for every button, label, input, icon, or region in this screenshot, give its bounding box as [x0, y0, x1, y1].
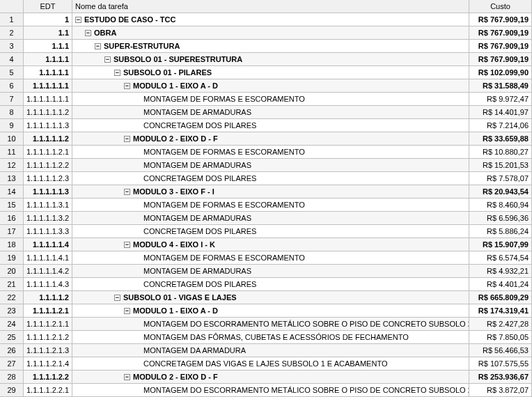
row-number[interactable]: 14: [0, 185, 24, 198]
task-name-cell: MONTAGEM DE FORMAS E ESCORAMENTO: [72, 93, 469, 106]
cost-cell: R$ 6.596,36: [469, 212, 532, 225]
cost-cell: R$ 665.809,29: [469, 291, 532, 304]
task-name-cell: −MODULO 1 - EIXO A - D: [72, 304, 469, 318]
collapse-icon[interactable]: −: [124, 189, 130, 195]
task-name-text: MONTAGEM DE FORMAS E ESCORAMENTO: [143, 201, 305, 210]
row-number[interactable]: 12: [0, 159, 24, 172]
cost-cell: R$ 7.578,07: [469, 172, 532, 185]
task-name-text: MODULO 2 - EIXO D - F: [133, 373, 218, 382]
edt-cell: 1.1.1.1.1.3.2: [24, 212, 72, 225]
edt-cell: 1.1.1.1.1: [24, 66, 72, 79]
task-name-cell: MONTAGEM DE ARMADURAS: [72, 106, 469, 119]
cost-cell: R$ 107.575,55: [469, 357, 532, 371]
task-name-text: MONTAGEM DE ARMADURAS: [143, 214, 251, 223]
row-number[interactable]: 9: [0, 119, 24, 132]
row-number[interactable]: 18: [0, 238, 24, 251]
row-number[interactable]: 3: [0, 40, 24, 53]
edt-cell: 1.1.1.1.1.4.3: [24, 278, 72, 291]
collapse-icon[interactable]: −: [104, 56, 111, 63]
task-name-text: MONTAGEM DE ARMADURAS: [143, 161, 251, 170]
cost-cell: R$ 102.099,90: [469, 66, 532, 79]
collapse-icon[interactable]: −: [75, 17, 81, 23]
collapse-icon[interactable]: −: [124, 136, 130, 142]
task-name-text: MONTAGEM DE ARMADURAS: [143, 108, 251, 117]
task-name-cell: −SUBSOLO 01 - VIGAS E LAJES: [72, 291, 469, 304]
task-name-cell: MONTAGEM DE ARMADURAS: [72, 159, 469, 172]
row-number[interactable]: 21: [0, 278, 24, 291]
edt-cell: 1.1: [24, 26, 72, 40]
row-number[interactable]: 2: [0, 26, 24, 40]
row-number[interactable]: 28: [0, 371, 24, 384]
edt-cell: 1.1.1.1.2.1: [24, 304, 72, 318]
row-number[interactable]: 23: [0, 304, 24, 318]
cost-cell: R$ 4.401,24: [469, 278, 532, 291]
task-name-text: MONTAGEM DAS FÔRMAS, CUBETAS E ACESSÓRIO…: [143, 333, 409, 342]
task-name-text: MONTAGEM DO ESCORRAMENTO METÁLICO SOBRE …: [143, 386, 469, 395]
cost-cell: R$ 2.427,28: [469, 318, 532, 331]
collapse-icon[interactable]: −: [114, 295, 120, 301]
edt-cell: 1.1.1.1.1.3: [24, 185, 72, 198]
row-number[interactable]: 29: [0, 384, 24, 397]
task-name-text: MONTAGEM DA ARMADURA: [143, 346, 246, 355]
task-name-text: CONCRETAGEM DOS PILARES: [143, 174, 256, 183]
collapse-icon[interactable]: −: [124, 374, 130, 380]
edt-cell: 1.1.1.1.2: [24, 291, 72, 304]
row-number[interactable]: 11: [0, 146, 24, 159]
edt-cell: 1.1.1.1.2.1.1: [24, 318, 72, 331]
row-number[interactable]: 15: [0, 198, 24, 212]
task-name-cell: MONTAGEM DE ARMADURAS: [72, 265, 469, 278]
edt-cell: 1.1.1: [24, 40, 72, 53]
cost-cell: R$ 31.588,49: [469, 79, 532, 93]
row-number[interactable]: 8: [0, 106, 24, 119]
row-number[interactable]: 4: [0, 53, 24, 66]
row-number[interactable]: 20: [0, 265, 24, 278]
row-number[interactable]: 27: [0, 357, 24, 371]
edt-cell: 1.1.1.1.1.2.2: [24, 159, 72, 172]
edt-cell: 1.1.1.1.2.2.1: [24, 384, 72, 397]
task-name-cell: MONTAGEM DO ESCORRAMENTO METÁLICO SOBRE …: [72, 384, 469, 397]
cost-cell: R$ 14.401,97: [469, 106, 532, 119]
row-number[interactable]: 24: [0, 318, 24, 331]
row-number[interactable]: 17: [0, 225, 24, 238]
cost-cell: R$ 174.319,41: [469, 304, 532, 318]
task-name-cell: MONTAGEM DE FORMAS E ESCORAMENTO: [72, 251, 469, 265]
task-name-cell: MONTAGEM DAS FÔRMAS, CUBETAS E ACESSÓRIO…: [72, 331, 469, 344]
task-name-text: MONTAGEM DO ESCORRAMENTO METÁLICO SOBRE …: [143, 320, 469, 329]
collapse-icon[interactable]: −: [114, 70, 120, 76]
row-number[interactable]: 22: [0, 291, 24, 304]
row-number[interactable]: 10: [0, 132, 24, 146]
task-name-text: CONCRETAGEM DOS PILARES: [143, 121, 256, 130]
cost-cell: R$ 8.460,94: [469, 198, 532, 212]
collapse-icon[interactable]: −: [124, 242, 130, 248]
row-number[interactable]: 5: [0, 66, 24, 79]
collapse-icon[interactable]: −: [124, 308, 130, 314]
task-name-cell: −MODULO 2 - EIXO D - F: [72, 371, 469, 384]
cost-cell: R$ 15.907,99: [469, 238, 532, 251]
edt-cell: 1.1.1.1.1.1.1: [24, 93, 72, 106]
edt-cell: 1.1.1.1.1.3.1: [24, 198, 72, 212]
row-number[interactable]: 13: [0, 172, 24, 185]
task-name-cell: −SUBSOLO 01 - SUPERESTRUTURA: [72, 53, 469, 66]
edt-cell: 1.1.1.1.1.2.3: [24, 172, 72, 185]
row-number[interactable]: 1: [0, 13, 24, 26]
row-number[interactable]: 25: [0, 331, 24, 344]
row-number[interactable]: 7: [0, 93, 24, 106]
collapse-icon[interactable]: −: [124, 83, 130, 89]
task-name-cell: CONCRETAGEM DOS PILARES: [72, 119, 469, 132]
row-number[interactable]: 16: [0, 212, 24, 225]
row-number[interactable]: 6: [0, 79, 24, 93]
cost-cell: R$ 15.201,53: [469, 159, 532, 172]
collapse-icon[interactable]: −: [85, 30, 91, 36]
collapse-icon[interactable]: −: [95, 43, 101, 49]
task-name-text: SUBSOLO 01 - SUPERESTRUTURA: [114, 55, 242, 64]
row-number[interactable]: 19: [0, 251, 24, 265]
task-name-cell: MONTAGEM DO ESCORRAMENTO METÁLICO SOBRE …: [72, 318, 469, 331]
task-name-text: MODULO 3 - EIXO F - I: [133, 187, 214, 196]
cost-cell: R$ 767.909,19: [469, 13, 532, 26]
edt-cell: 1.1.1.1.1.4.2: [24, 265, 72, 278]
edt-cell: 1.1.1.1.1.4: [24, 238, 72, 251]
edt-cell: 1.1.1.1.1.1.3: [24, 119, 72, 132]
cost-cell: R$ 10.880,27: [469, 146, 532, 159]
task-name-cell: MONTAGEM DA ARMADURA: [72, 344, 469, 357]
row-number[interactable]: 26: [0, 344, 24, 357]
